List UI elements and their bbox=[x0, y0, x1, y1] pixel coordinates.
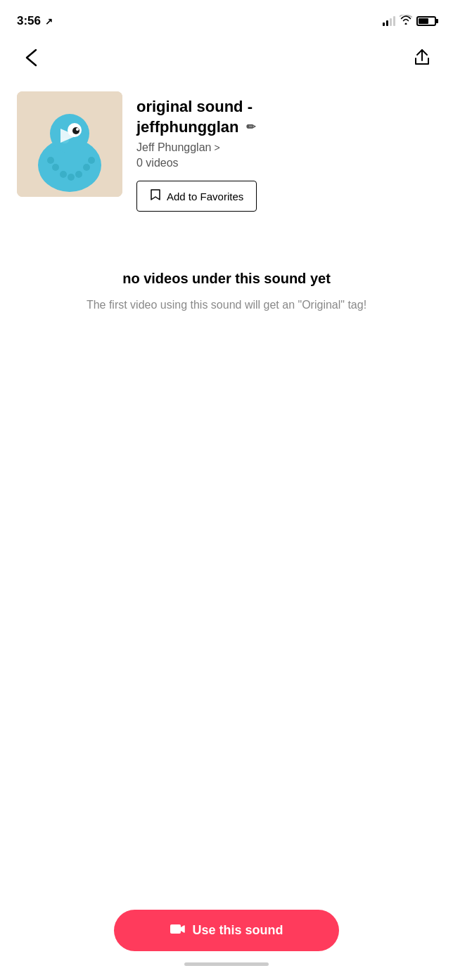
use-this-sound-button[interactable]: Use this sound bbox=[114, 910, 339, 951]
signal-bar-3 bbox=[390, 18, 392, 26]
svg-point-10 bbox=[75, 171, 82, 178]
use-sound-label: Use this sound bbox=[192, 923, 283, 938]
sound-thumbnail[interactable] bbox=[17, 91, 122, 197]
battery-fill bbox=[419, 18, 428, 24]
svg-point-7 bbox=[52, 164, 59, 171]
wifi-icon bbox=[400, 15, 412, 27]
sound-header: original sound - jeffphungglan ✏ Jeff Ph… bbox=[0, 77, 453, 228]
svg-point-5 bbox=[76, 128, 79, 131]
empty-state-title: no videos under this sound yet bbox=[122, 271, 331, 287]
signal-bar-1 bbox=[383, 22, 385, 26]
svg-point-9 bbox=[68, 174, 75, 181]
status-icons bbox=[383, 15, 436, 27]
signal-bar-2 bbox=[386, 20, 388, 26]
home-indicator bbox=[184, 962, 269, 966]
bookmark-icon bbox=[150, 188, 161, 204]
back-button[interactable] bbox=[17, 44, 45, 72]
sound-video-count: 0 videos bbox=[136, 157, 436, 169]
signal-bar-4 bbox=[393, 16, 395, 26]
sound-info: original sound - jeffphungglan ✏ Jeff Ph… bbox=[136, 91, 436, 212]
bird-art bbox=[17, 91, 122, 197]
svg-rect-15 bbox=[170, 924, 181, 934]
svg-point-13 bbox=[88, 157, 95, 164]
nav-bar bbox=[0, 38, 453, 77]
signal-bars bbox=[383, 16, 395, 26]
bottom-container: Use this sound bbox=[0, 910, 453, 980]
author-arrow-icon: > bbox=[214, 142, 219, 153]
location-icon: ↗ bbox=[45, 16, 53, 27]
status-time: 3:56 ↗ bbox=[17, 14, 53, 28]
time-display: 3:56 bbox=[17, 14, 41, 28]
svg-point-12 bbox=[47, 157, 54, 164]
add-favorites-label: Add to Favorites bbox=[167, 191, 243, 202]
camera-icon bbox=[170, 922, 185, 939]
empty-state: no videos under this sound yet The first… bbox=[0, 228, 453, 356]
sound-author-link[interactable]: Jeff Phungglan > bbox=[136, 141, 436, 154]
empty-state-subtitle: The first video using this sound will ge… bbox=[87, 297, 366, 314]
add-to-favorites-button[interactable]: Add to Favorites bbox=[136, 181, 257, 212]
svg-point-11 bbox=[83, 164, 90, 171]
status-bar: 3:56 ↗ bbox=[0, 0, 453, 38]
battery-icon bbox=[416, 16, 436, 26]
share-button[interactable] bbox=[408, 44, 436, 72]
svg-point-4 bbox=[72, 127, 79, 134]
sound-title: original sound - jeffphungglan ✏ bbox=[136, 97, 436, 137]
edit-icon: ✏ bbox=[246, 121, 255, 133]
svg-point-8 bbox=[60, 171, 67, 178]
